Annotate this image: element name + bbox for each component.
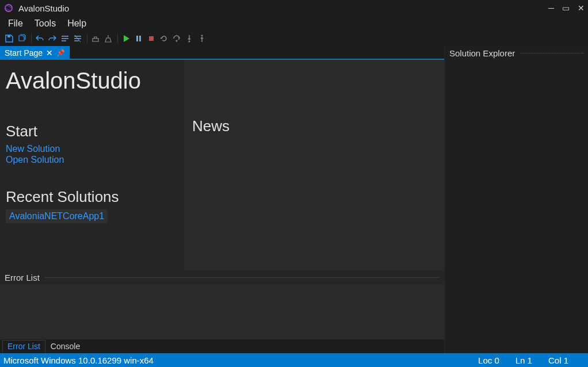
app-logo-icon <box>3 3 14 13</box>
svg-rect-4 <box>136 36 138 41</box>
menu-file[interactable]: File <box>2 17 29 30</box>
close-icon[interactable]: ✕ <box>46 49 53 57</box>
solution-explorer-title: Solution Explorer <box>449 48 515 58</box>
error-list-header: Error List <box>0 270 444 284</box>
menu-tools[interactable]: Tools <box>29 17 62 30</box>
error-list-panel: Error List Error List Console <box>0 270 444 353</box>
redo-icon[interactable] <box>47 33 58 44</box>
step-into-icon[interactable] <box>184 33 195 44</box>
status-loc: Loc 0 <box>478 355 499 365</box>
pin-icon[interactable]: 📌 <box>56 49 65 57</box>
menu-help[interactable]: Help <box>62 17 92 30</box>
svg-rect-5 <box>139 36 141 41</box>
toolbar-separator <box>31 34 32 43</box>
status-os: Microsoft Windows 10.0.16299 win-x64 <box>3 355 154 365</box>
statusbar: Microsoft Windows 10.0.16299 win-x64 Loc… <box>0 353 588 367</box>
panel-grip <box>521 53 583 53</box>
build-icon[interactable] <box>90 33 101 44</box>
svg-rect-3 <box>93 39 98 41</box>
svg-point-8 <box>189 41 190 43</box>
solution-explorer-header: Solution Explorer <box>445 46 588 60</box>
stop-icon[interactable] <box>146 33 157 44</box>
pause-icon[interactable] <box>133 33 144 44</box>
tab-label: Start Page <box>5 48 43 58</box>
tab-error-list[interactable]: Error List <box>2 340 45 353</box>
svg-point-7 <box>176 40 178 42</box>
start-page-right: News <box>184 60 444 270</box>
start-label: Start <box>6 123 178 140</box>
new-solution-link[interactable]: New Solution <box>6 144 178 154</box>
toolbar-separator <box>87 34 87 43</box>
comment-icon[interactable] <box>59 33 71 44</box>
panel-grip <box>45 277 440 278</box>
save-all-icon[interactable] <box>16 33 28 44</box>
menubar: File Tools Help <box>0 16 588 31</box>
start-page-heading: AvalonStudio <box>6 68 178 94</box>
titlebar: AvalonStudio ─ ▭ ✕ <box>0 0 588 16</box>
maximize-button[interactable]: ▭ <box>562 3 570 13</box>
tab-console[interactable]: Console <box>45 340 85 353</box>
error-list-body <box>0 284 444 339</box>
toolbar-separator <box>117 34 118 43</box>
recent-solution-item[interactable]: AvaloniaNETCoreApp1 <box>6 209 108 223</box>
news-label: News <box>192 117 436 135</box>
recent-section: Recent Solutions AvaloniaNETCoreApp1 <box>6 188 178 223</box>
editor-column: Start Page ✕ 📌 AvalonStudio Start New So… <box>0 46 444 353</box>
tab-start-page[interactable]: Start Page ✕ 📌 <box>0 46 70 60</box>
step-over-icon[interactable] <box>171 33 182 44</box>
svg-point-9 <box>201 35 203 37</box>
clean-icon[interactable] <box>102 33 114 44</box>
solution-explorer-panel: Solution Explorer <box>444 46 588 353</box>
play-icon[interactable] <box>120 33 132 44</box>
minimize-button[interactable]: ─ <box>548 3 554 13</box>
toolbar <box>0 31 588 46</box>
open-solution-link[interactable]: Open Solution <box>6 155 178 165</box>
save-icon[interactable] <box>3 33 15 44</box>
close-button[interactable]: ✕ <box>578 3 585 13</box>
step-out-icon[interactable] <box>196 33 208 44</box>
status-line: Ln 1 <box>516 355 532 365</box>
recent-label: Recent Solutions <box>6 188 178 206</box>
uncomment-icon[interactable] <box>72 33 83 44</box>
svg-rect-2 <box>7 35 10 37</box>
restart-icon[interactable] <box>158 33 170 44</box>
solution-explorer-body <box>445 60 588 353</box>
window-controls: ─ ▭ ✕ <box>548 3 585 13</box>
app-title: AvalonStudio <box>18 3 69 13</box>
start-page: AvalonStudio Start New Solution Open Sol… <box>0 60 444 270</box>
bottom-tabstrip: Error List Console <box>0 339 444 353</box>
main-area: Start Page ✕ 📌 AvalonStudio Start New So… <box>0 46 588 353</box>
status-column: Col 1 <box>548 355 568 365</box>
undo-icon[interactable] <box>34 33 45 44</box>
document-tabstrip: Start Page ✕ 📌 <box>0 46 444 60</box>
start-section: Start New Solution Open Solution <box>6 123 178 165</box>
error-list-title: Error List <box>5 273 40 282</box>
svg-rect-6 <box>149 36 154 41</box>
start-page-left: AvalonStudio Start New Solution Open Sol… <box>0 60 184 270</box>
